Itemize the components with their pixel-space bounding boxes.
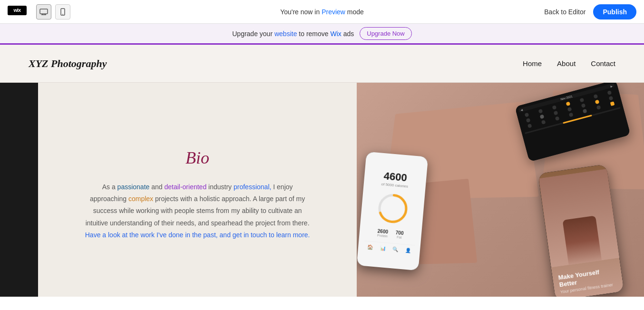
main-content: Bio As a passionate and detail-oriented … [0, 83, 644, 297]
nav-home[interactable]: Home [523, 59, 542, 68]
back-to-editor-link[interactable]: Back to Editor [544, 8, 585, 16]
nav-contact[interactable]: Contact [591, 59, 615, 68]
top-bar: wix You're now in Preview mode Back to E… [0, 0, 644, 24]
nav-about[interactable]: About [557, 59, 576, 68]
upgrade-now-button[interactable]: Upgrade Now [360, 27, 412, 40]
mobile-icon[interactable] [55, 4, 70, 19]
upgrade-text: Upgrade your website to remove Wix ads [232, 30, 354, 38]
phones-container: ◀ Nov 2021 ▶ [357, 83, 644, 297]
site-nav: Home About Contact [523, 59, 615, 68]
top-bar-right: Back to Editor Publish [544, 4, 636, 19]
desktop-icon[interactable] [36, 4, 51, 19]
svg-text:wix: wix [13, 7, 21, 13]
preview-mode-text: You're now in Preview mode [280, 8, 364, 16]
site-header: XYZ Photography Home About Contact [0, 45, 644, 83]
svg-rect-2 [40, 9, 48, 14]
image-section: ◀ Nov 2021 ▶ [357, 83, 644, 297]
device-icons [36, 4, 70, 19]
wix-logo: wix [8, 5, 27, 18]
publish-button[interactable]: Publish [593, 4, 636, 19]
site-logo: XYZ Photography [29, 58, 107, 70]
bio-title: Bio [185, 148, 209, 168]
svg-point-7 [62, 14, 63, 15]
bio-text: As a passionate and detail-oriented indu… [83, 181, 312, 241]
phone-calorie: 4600 of 5000 calories 2600 Protein [357, 152, 428, 271]
upgrade-bar: Upgrade your website to remove Wix ads U… [0, 24, 644, 45]
bio-section: Bio As a passionate and detail-oriented … [38, 83, 357, 297]
